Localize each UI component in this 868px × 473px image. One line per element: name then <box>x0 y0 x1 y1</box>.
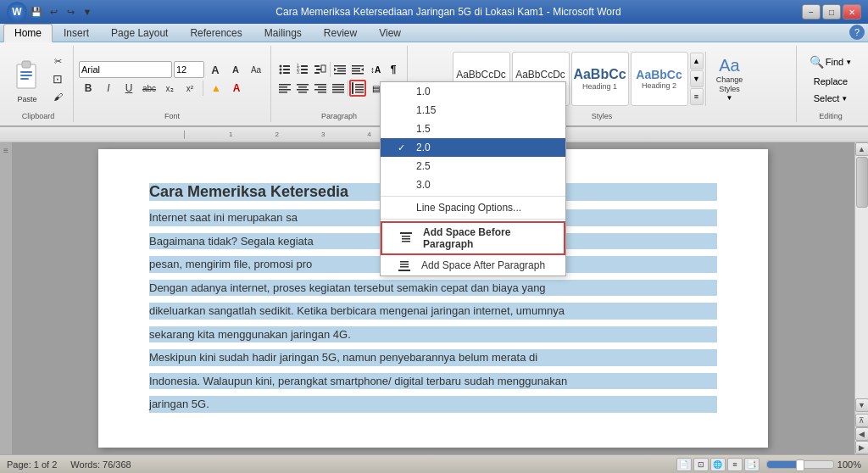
font-name-input[interactable] <box>79 61 172 78</box>
align-right-btn[interactable] <box>312 80 329 97</box>
redo-quick-btn[interactable]: ↪ <box>63 4 78 19</box>
styles-scroll-up[interactable]: ▲ <box>690 53 704 70</box>
find-label: Find <box>826 57 843 67</box>
view-draft-btn[interactable]: 📑 <box>744 458 760 471</box>
line-spacing-btn[interactable] <box>349 80 366 97</box>
scroll-down-btn[interactable]: ▼ <box>855 398 869 412</box>
line-spacing-options[interactable]: Line Spacing Options... <box>381 198 565 217</box>
scroll-to-top-btn[interactable]: ⊼ <box>855 414 869 427</box>
spacing-2-0[interactable]: ✓ 2.0 <box>381 138 565 157</box>
spacing-1-15-label: 1.15 <box>416 104 436 116</box>
format-paint-btn[interactable]: 🖌 <box>47 88 68 105</box>
change-styles-btn[interactable]: Aa ChangeStyles ▼ <box>708 52 752 106</box>
font-shrink-btn[interactable]: A <box>226 61 245 78</box>
copy-btn[interactable]: ⊡ <box>47 70 68 87</box>
numbered-list-btn[interactable]: 1.2.3. <box>294 61 311 78</box>
style-h1-preview: AaBbCc <box>573 67 626 82</box>
bullet-list-btn[interactable] <box>276 61 293 78</box>
svg-rect-62 <box>400 266 409 268</box>
svg-rect-20 <box>321 65 326 72</box>
tab-page-layout[interactable]: Page Layout <box>100 24 179 42</box>
quick-access-more-btn[interactable]: ▼ <box>80 4 95 19</box>
minimize-btn[interactable]: − <box>802 4 821 19</box>
close-btn[interactable]: ✕ <box>843 4 861 19</box>
svg-rect-39 <box>314 84 326 86</box>
tab-view[interactable]: View <box>368 24 412 42</box>
add-space-before[interactable]: Add Space Before Paragraph <box>381 221 565 255</box>
italic-btn[interactable]: I <box>99 80 118 97</box>
find-btn[interactable]: 🔍 Find ▼ <box>804 52 858 72</box>
view-print-btn[interactable]: 📄 <box>676 458 692 471</box>
right-scrollbar[interactable]: ▲ ▼ ⊼ ◀ ▶ <box>854 142 868 454</box>
bold-btn[interactable]: B <box>79 80 97 97</box>
tab-insert[interactable]: Insert <box>53 24 100 42</box>
spacing-1-5[interactable]: 1.5 <box>381 120 565 138</box>
svg-rect-41 <box>314 89 326 91</box>
tab-mailings[interactable]: Mailings <box>253 24 313 42</box>
spacing-2-5[interactable]: 2.5 <box>381 157 565 175</box>
paste-btn[interactable]: Paste <box>8 52 46 106</box>
style-heading2[interactable]: AaBbCc Heading 2 <box>631 52 688 106</box>
svg-rect-61 <box>400 264 409 265</box>
font-format-row: B I U abc x₂ x² ▲ A <box>79 80 265 97</box>
subscript-btn[interactable]: x₂ <box>160 80 179 97</box>
zoom-slider[interactable] <box>766 460 834 469</box>
decrease-indent-btn[interactable] <box>331 61 348 78</box>
multilevel-list-btn[interactable] <box>312 61 329 78</box>
zoom-slider-thumb[interactable] <box>796 459 804 471</box>
svg-rect-32 <box>279 86 287 88</box>
spacing-1-0[interactable]: 1.0 <box>381 82 565 101</box>
superscript-btn[interactable]: x² <box>181 80 199 97</box>
style-heading1[interactable]: AaBbCc Heading 1 <box>571 52 629 106</box>
add-space-after-label: Add Space After Paragraph <box>421 259 545 271</box>
save-quick-btn[interactable]: 💾 <box>29 4 44 19</box>
tab-review[interactable]: Review <box>313 24 368 42</box>
sort-btn[interactable]: ↕A <box>367 61 384 78</box>
prev-page-btn[interactable]: ◀ <box>855 427 869 441</box>
show-marks-btn[interactable]: ¶ <box>385 61 402 78</box>
styles-more-btn[interactable]: ≡ <box>690 88 704 105</box>
next-page-btn[interactable]: ▶ <box>855 441 869 454</box>
align-center-btn[interactable] <box>294 80 311 97</box>
spacing-1-5-label: 1.5 <box>416 123 431 135</box>
view-full-btn[interactable]: ⊡ <box>693 458 709 471</box>
svg-rect-58 <box>402 238 410 240</box>
view-web-btn[interactable]: 🌐 <box>710 458 726 471</box>
view-outline-btn[interactable]: ≡ <box>727 458 743 471</box>
find-icon: 🔍 <box>810 55 824 69</box>
scroll-thumb[interactable] <box>856 157 868 208</box>
text-color-btn[interactable]: A <box>227 80 246 97</box>
svg-rect-56 <box>400 232 412 234</box>
underline-btn[interactable]: U <box>120 80 138 97</box>
increase-indent-btn[interactable] <box>349 61 366 78</box>
justify-btn[interactable] <box>330 80 347 97</box>
maximize-btn[interactable]: □ <box>822 4 841 19</box>
tab-home[interactable]: Home <box>3 24 53 42</box>
svg-rect-63 <box>398 270 410 271</box>
zoom-level: 100% <box>837 459 861 470</box>
undo-quick-btn[interactable]: ↩ <box>46 4 61 19</box>
font-grow-btn[interactable]: A <box>206 61 225 78</box>
scroll-track[interactable] <box>855 156 868 398</box>
replace-btn[interactable]: Replace <box>810 74 852 89</box>
spacing-3-0[interactable]: 3.0 <box>381 175 565 194</box>
svg-rect-33 <box>279 89 291 91</box>
clear-format-btn[interactable]: Aa <box>247 61 265 78</box>
select-btn[interactable]: Select ▼ <box>810 91 853 106</box>
strikethrough-btn[interactable]: abc <box>140 80 159 97</box>
svg-rect-17 <box>314 65 320 67</box>
add-space-after[interactable]: Add Space After Paragraph <box>381 255 565 275</box>
spacing-1-15[interactable]: 1.15 <box>381 101 565 120</box>
svg-marker-22 <box>334 68 337 71</box>
svg-rect-37 <box>297 89 309 91</box>
tab-references[interactable]: References <box>179 24 253 42</box>
text-highlight-btn[interactable]: ▲ <box>207 80 225 97</box>
styles-scroll-down[interactable]: ▼ <box>690 70 704 87</box>
font-size-input[interactable] <box>174 61 204 78</box>
zoom-controls: 100% <box>766 459 861 470</box>
line-spacing-dropdown: 1.0 1.15 1.5 ✓ 2.0 2.5 3.0 Line Spacing … <box>380 81 566 276</box>
help-btn[interactable]: ? <box>849 25 865 40</box>
scroll-up-btn[interactable]: ▲ <box>855 142 869 156</box>
align-left-btn[interactable] <box>276 80 293 97</box>
cut-btn[interactable]: ✂ <box>47 53 68 70</box>
